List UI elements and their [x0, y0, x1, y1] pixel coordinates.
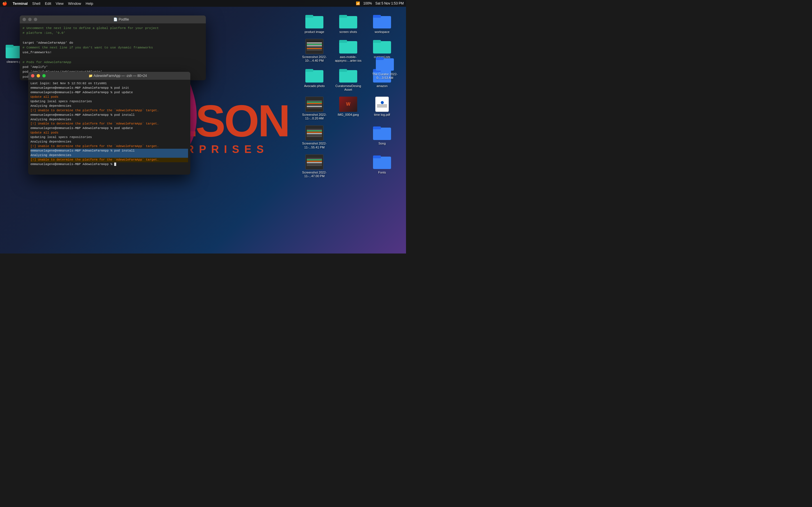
- icon-product-image[interactable]: product image: [299, 13, 330, 35]
- svg-rect-5: [339, 15, 347, 18]
- apple-menu[interactable]: 🍎: [2, 1, 7, 6]
- svg-rect-20: [373, 157, 391, 169]
- desktop: WILSON ENTERPRISES 🍎 Terminal Shell Edit…: [0, 0, 406, 253]
- zsh-body: Last login: Sat Nov 5 12:53:02 on ttys00…: [28, 80, 190, 168]
- svg-rect-7: [373, 15, 381, 18]
- selected-line-1: emmanuelagene@emmanuels-MBP AdewoleFarmA…: [31, 149, 188, 153]
- tl-max-zsh[interactable]: [42, 74, 46, 77]
- menubar-view[interactable]: View: [56, 1, 64, 6]
- tl-min-zsh[interactable]: [37, 74, 40, 77]
- label-img-0004: IMG_0004.jpeg: [338, 113, 359, 117]
- svg-rect-1: [6, 45, 13, 48]
- icon-workspace[interactable]: workspace: [366, 13, 398, 35]
- wifi-icon: 📶: [356, 1, 360, 5]
- svg-rect-19: [373, 126, 381, 129]
- menubar-right: 📶 100% Sat 5 Nov 1:53 PM: [356, 1, 404, 5]
- titlebar-zsh: 📁 AdewoleFarmApp — -zsh — 80×24: [28, 72, 190, 80]
- label-curator-design: CuratornewDesing Asset: [334, 84, 362, 92]
- svg-rect-6: [373, 16, 391, 29]
- icon-screenshot-4[interactable]: Screenshot 2022-11-...47.00 PM: [299, 153, 330, 179]
- icon-screenshot-1[interactable]: Screenshot 2022-10-...4.40 PM: [299, 38, 330, 64]
- svg-rect-9: [339, 40, 347, 43]
- svg-rect-21: [373, 156, 381, 158]
- svg-rect-12: [305, 70, 323, 82]
- label-workspace: workspace: [375, 30, 390, 34]
- titlebar-podfile: 📄 Podfile: [20, 15, 206, 23]
- svg-rect-3: [305, 15, 313, 18]
- label-screen-shots: screen shots: [340, 30, 357, 34]
- pdf-thumb-time-log: ⬤: [375, 97, 389, 112]
- tl-minimize[interactable]: [28, 18, 32, 21]
- label-screenshot-3: Screenshot 2022-11-...55.41 PM: [300, 142, 328, 149]
- tl-maximize[interactable]: [34, 18, 37, 21]
- icon-screenshot-3[interactable]: Screenshot 2022-11-...55.41 PM: [299, 124, 330, 150]
- svg-rect-13: [305, 69, 313, 72]
- svg-rect-11: [373, 40, 381, 43]
- jpeg-thumb-img0004: W: [339, 97, 357, 112]
- folder-svg-curator-design: [339, 68, 357, 83]
- folder-svg-song: [373, 125, 391, 140]
- folder-svg-aws-mobile: [339, 39, 357, 54]
- tl-close-zsh[interactable]: [31, 74, 35, 77]
- screenshot-thumb-1: [305, 39, 323, 54]
- screenshot-thumb-2: [305, 97, 323, 112]
- svg-rect-4: [339, 16, 357, 29]
- folder-svg-screen-shots: [339, 14, 357, 29]
- desktop-icons-area: product image screen shots workspace: [296, 10, 400, 182]
- icon-screenshot-2[interactable]: Screenshot 2022-11-...0.20 AM: [299, 96, 330, 121]
- icon-time-log[interactable]: ⬤ time log.pdf: [366, 96, 398, 121]
- selected-error-line: [!] Unable to determine the platform for…: [31, 158, 188, 162]
- folder-svg-avocado: [305, 68, 323, 83]
- label-screenshot-2: Screenshot 2022-11-...0.20 AM: [300, 113, 328, 120]
- label-aws-mobile: aws-mobile-appsync-...arter-ios: [334, 55, 362, 62]
- svg-rect-14: [339, 70, 357, 82]
- selected-line-2: Analyzing dependencies: [31, 153, 188, 158]
- icon-fonts[interactable]: Fonts: [366, 153, 398, 179]
- terminal-podfile-window[interactable]: 📄 Podfile # Uncomment the next line to d…: [20, 15, 206, 80]
- menubar-left: 🍎 Terminal Shell Edit View Window Help: [2, 1, 93, 6]
- menubar-help[interactable]: Help: [86, 1, 93, 6]
- icon-song[interactable]: Song: [366, 124, 398, 150]
- label-avocado-photo: Avocado photo: [304, 84, 324, 88]
- label-fonts: Fonts: [378, 171, 386, 174]
- terminal-zsh-window[interactable]: 📁 AdewoleFarmApp — -zsh — 80×24 Last log…: [28, 72, 190, 175]
- icon-img-0004[interactable]: W IMG_0004.jpeg: [333, 96, 364, 121]
- folder-svg-the-curator: [376, 56, 394, 71]
- label-amazon: amazon: [376, 84, 388, 88]
- label-screenshot-1: Screenshot 2022-10-...4.40 PM: [300, 55, 328, 62]
- icon-screen-shots[interactable]: screen shots: [333, 13, 364, 35]
- icon-the-curator[interactable]: The Curator 2022-0-...3-53 AM: [369, 55, 400, 81]
- label-product-image: product image: [305, 30, 324, 34]
- tl-close[interactable]: [22, 18, 26, 21]
- label-screenshot-4: Screenshot 2022-11-...47.00 PM: [300, 171, 328, 178]
- label-song: Song: [378, 142, 386, 145]
- label-time-log: time log.pdf: [374, 113, 390, 117]
- svg-rect-2: [305, 16, 323, 29]
- icon-aws-mobile[interactable]: aws-mobile-appsync-...arter-ios: [333, 38, 364, 64]
- screenshot-thumb-3: [305, 125, 323, 140]
- label-the-curator: The Curator 2022-0-...3-53 AM: [371, 72, 399, 80]
- menubar-app-name[interactable]: Terminal: [13, 1, 28, 6]
- folder-svg-product-image: [305, 14, 323, 29]
- svg-rect-23: [376, 57, 384, 60]
- icon-curator-design[interactable]: CuratornewDesing Asset: [333, 67, 364, 93]
- menubar-edit[interactable]: Edit: [45, 1, 51, 6]
- svg-rect-18: [373, 128, 391, 140]
- menubar-window[interactable]: Window: [68, 1, 81, 6]
- folder-svg-workspace: [373, 14, 391, 29]
- folder-svg-customLists: [373, 39, 391, 54]
- clock: Sat 5 Nov 1:53 PM: [375, 1, 404, 5]
- zsh-title: 📁 AdewoleFarmApp — -zsh — 80×24: [48, 74, 188, 78]
- folder-svg-fonts: [373, 154, 391, 170]
- svg-rect-15: [339, 69, 347, 72]
- menubar-shell[interactable]: Shell: [32, 1, 40, 6]
- menubar: 🍎 Terminal Shell Edit View Window Help 📶…: [0, 0, 406, 7]
- svg-rect-10: [373, 41, 391, 54]
- battery-indicator: 100%: [363, 1, 372, 5]
- svg-rect-8: [339, 41, 357, 54]
- svg-rect-22: [376, 58, 394, 71]
- screenshot-thumb-4: [305, 154, 323, 170]
- icon-avocado-photo[interactable]: Avocado photo: [299, 67, 330, 93]
- podfile-title: 📄 Podfile: [40, 17, 203, 21]
